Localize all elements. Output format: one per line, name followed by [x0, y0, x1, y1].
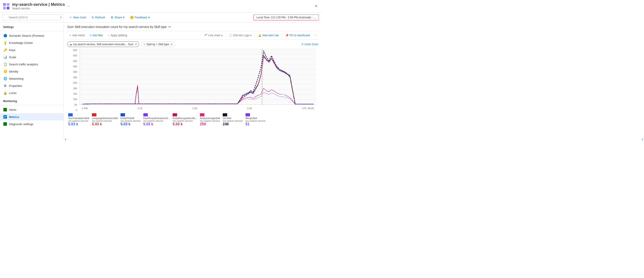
feedback-button[interactable]: 🙂 Feedback ▾ — [128, 15, 152, 20]
legend-skill-name: LanguageDetectionSkill — [92, 117, 118, 120]
sidebar-item-networking-label: Networking — [9, 77, 24, 80]
sidebar-item-alerts-label: Alerts — [9, 108, 16, 111]
share-icon: ⬆ — [111, 16, 113, 19]
split-pill-close[interactable]: ✕ — [170, 43, 173, 46]
legend-color-bar — [200, 113, 204, 116]
feedback-icon: 🙂 — [130, 16, 134, 19]
add-metric-button[interactable]: ✦ Add metric — [67, 33, 87, 38]
add-metric-label: Add metric — [72, 34, 85, 37]
share-chevron-icon: ▾ — [123, 16, 124, 19]
sidebar-item-keys-label: Keys — [9, 48, 16, 52]
chart-edit-icon[interactable]: ✏ — [168, 25, 171, 29]
chart-x-axis: 2 PM 2:15 2:30 2:45 UTC-08:00 — [80, 105, 316, 111]
legend-header — [92, 113, 96, 116]
sidebar-item-diagnostic-settings[interactable]: Diagnostic settings — [0, 120, 64, 128]
legend-skill-name: OcrSkill — [223, 117, 231, 120]
chart-more-button[interactable]: ··· — [312, 33, 318, 38]
time-range-button[interactable]: Local Time: 1/3 1:59 PM - 2:59 PM (Autom… — [254, 15, 319, 20]
feedback-label: Feedback — [134, 16, 147, 19]
nav-arrow-left[interactable]: ‹ — [64, 135, 67, 139]
legend-item-ocr-skill: OcrSkill my-search-service 248 — [223, 113, 243, 126]
more-options-dots[interactable]: ··· — [67, 4, 70, 9]
legend-service-name: my-search-service — [223, 120, 243, 122]
knowledge-center-icon: 💡 — [3, 41, 7, 45]
sidebar-item-alerts[interactable]: Alerts — [0, 106, 64, 113]
new-chart-icon: ＋ — [69, 16, 72, 20]
legend-value: 5.03 k — [92, 122, 102, 126]
legend-skill-name: TextTranslationSkill — [68, 117, 89, 120]
svg-rect-4 — [3, 108, 7, 111]
sidebar-item-knowledge-center[interactable]: 💡 Knowledge Center — [0, 39, 64, 46]
sidebar-item-properties[interactable]: ⚙ Properties — [0, 82, 64, 89]
alert-rule-icon: 🔔 — [258, 34, 262, 37]
legend-value: 5.03 k — [143, 122, 153, 126]
line-chart-button[interactable]: Line chart ▾ — [202, 33, 224, 38]
drill-logs-label: Drill into Logs — [233, 34, 250, 37]
legend-header — [143, 113, 148, 116]
identity-icon: 🟡 — [3, 69, 7, 73]
networking-icon: 🌐 — [3, 77, 7, 81]
chart-toolbar: ✦ Add metric ▽ Add filter ⊹ Apply splitt… — [67, 31, 318, 40]
legend-header — [246, 113, 250, 116]
sidebar-collapse-button[interactable]: « — [58, 14, 64, 20]
chart-container: Sum Skill execution invocation count for… — [64, 22, 322, 139]
new-chart-label: New chart — [73, 16, 86, 19]
drill-into-logs-button[interactable]: 📄 Drill into Logs ▾ — [227, 33, 254, 38]
legend-item-entity-pii: EntityPIISkill my-search-service 5.03 k — [120, 113, 141, 126]
svg-rect-2 — [3, 7, 6, 10]
legend-service-name: my-search-service — [68, 120, 88, 122]
chart-toolbar-right: Line chart ▾ 📄 Drill into Logs ▾ 🔔 N — [202, 33, 318, 38]
metric-pill[interactable]: ☁ my-search-service, Skill execution inv… — [67, 41, 139, 47]
close-button[interactable]: ✕ — [313, 3, 319, 9]
sidebar-item-keys[interactable]: 🔑 Keys — [0, 46, 64, 54]
legend-value: 5.03 k — [173, 122, 182, 126]
app-icon — [3, 3, 10, 10]
sidebar-item-properties-label: Properties — [9, 84, 22, 88]
legend-color-bar — [223, 113, 227, 116]
legend-service-name: my-search-service — [173, 120, 193, 122]
legend-header — [173, 113, 177, 116]
sidebar-item-locks-label: Locks — [9, 91, 16, 95]
scale-icon: 📊 — [3, 55, 7, 59]
legend-item-merge-skill: MergeSkill my-search-service 51 — [246, 113, 266, 126]
sidebar-item-semantic-search[interactable]: 🔵 Semantic Search (Preview) — [0, 32, 64, 39]
new-chart-button[interactable]: ＋ New chart — [67, 14, 88, 21]
pin-to-dashboard-button[interactable]: 📌 Pin to dashboard — [284, 33, 312, 38]
metrics-icon — [3, 115, 7, 119]
legend-item-entity-recognition: EntityRecognitionSki... my-search-servic… — [173, 113, 197, 126]
chart-plot-area: 550 500 450 400 350 300 250 200 150 100 … — [67, 49, 318, 111]
line-chart-chevron: ▾ — [221, 34, 222, 37]
toolbar-separator-2 — [255, 33, 255, 38]
monitoring-section-label: Monitoring — [0, 97, 64, 104]
share-button[interactable]: ⬆ Share ▾ — [108, 15, 127, 20]
new-alert-rule-button[interactable]: 🔔 New alert rule — [256, 33, 281, 38]
sidebar-item-search-traffic-label: Search traffic analytics — [9, 63, 38, 66]
legend-service-name: my-search-service — [200, 120, 220, 122]
legend-color-bar — [173, 113, 177, 116]
add-filter-button[interactable]: ▽ Add filter — [88, 33, 105, 38]
undo-zoom-button[interactable]: ↺ Undo Zoom — [301, 43, 318, 46]
apply-splitting-icon: ⊹ — [108, 34, 110, 37]
legend-value: 248 — [223, 122, 229, 126]
toolbar-separator-1 — [226, 33, 226, 38]
refresh-button[interactable]: ↻ Refresh — [90, 15, 108, 20]
share-label: Share — [114, 16, 122, 19]
sidebar-item-locks[interactable]: 🔒 Locks — [0, 89, 64, 97]
legend-item-key-phrase: KeyPhraseExtractionS... my-search-servic… — [143, 113, 170, 126]
legend-item-text-translation: TextTranslationSkill my-search-service 5… — [68, 113, 89, 126]
sidebar-item-scale[interactable]: 📊 Scale — [0, 54, 64, 61]
content-area: ＋ New chart ↻ Refresh ⬆ Share ▾ 🙂 Feedba… — [64, 13, 322, 139]
sidebar-item-identity[interactable]: 🟡 Identity — [0, 68, 64, 75]
legend-header — [68, 113, 73, 116]
legend-skill-name: KeyPhraseExtractionS... — [143, 117, 170, 120]
split-pill[interactable]: ⊹ Split by = Skill type ✕ — [141, 42, 175, 47]
legend-service-name: my-search-service — [143, 120, 164, 122]
page-subtitle: Search service — [12, 7, 65, 10]
search-input[interactable] — [2, 14, 61, 20]
metric-pill-close[interactable]: ✕ — [135, 43, 137, 46]
sidebar-item-scale-label: Scale — [9, 56, 16, 59]
apply-splitting-button[interactable]: ⊹ Apply splitting — [106, 33, 129, 38]
sidebar-item-networking[interactable]: 🌐 Networking — [0, 75, 64, 82]
sidebar-item-search-traffic[interactable]: 📋 Search traffic analytics — [0, 61, 64, 68]
sidebar-item-metrics[interactable]: Metrics — [0, 113, 64, 120]
